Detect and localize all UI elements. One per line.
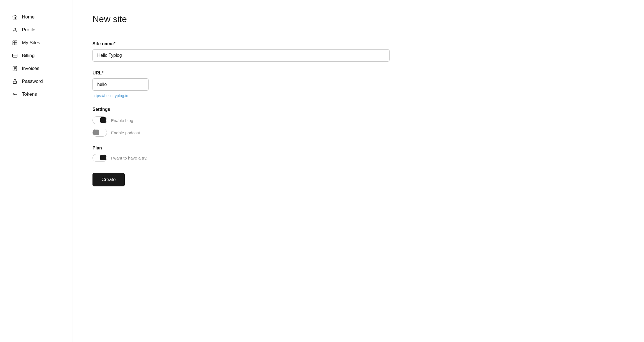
create-button-container: Create bbox=[92, 171, 390, 186]
url-label: URL* bbox=[92, 71, 390, 76]
create-button[interactable]: Create bbox=[92, 173, 125, 186]
sidebar-nav: Home Profile My Sites Billing Invoices bbox=[8, 11, 64, 100]
divider bbox=[92, 30, 390, 30]
enable-blog-label: Enable blog bbox=[111, 118, 133, 123]
settings-label: Settings bbox=[92, 107, 390, 112]
svg-point-14 bbox=[13, 94, 14, 95]
svg-rect-3 bbox=[13, 43, 15, 45]
toggle-thumb bbox=[100, 117, 106, 123]
sidebar-item-invoices-label: Invoices bbox=[22, 66, 39, 71]
svg-rect-4 bbox=[15, 43, 17, 45]
sidebar-item-my-sites[interactable]: My Sites bbox=[8, 37, 64, 49]
tokens-icon bbox=[12, 91, 18, 97]
invoices-icon bbox=[12, 65, 18, 72]
sidebar-item-profile[interactable]: Profile bbox=[8, 24, 64, 36]
plan-label: Plan bbox=[92, 146, 390, 151]
plan-trial-toggle[interactable] bbox=[92, 154, 107, 162]
sidebar-item-profile-label: Profile bbox=[22, 27, 35, 33]
sidebar-item-home[interactable]: Home bbox=[8, 11, 64, 23]
plan-section: Plan I want to have a try. bbox=[92, 146, 390, 162]
url-input[interactable] bbox=[92, 78, 149, 91]
url-group: URL* https://hello.typlog.io bbox=[92, 71, 390, 98]
sidebar-item-billing[interactable]: Billing bbox=[8, 50, 64, 62]
svg-rect-5 bbox=[13, 54, 17, 57]
sidebar-item-my-sites-label: My Sites bbox=[22, 40, 40, 46]
svg-rect-1 bbox=[13, 41, 15, 43]
enable-podcast-label: Enable podcast bbox=[111, 130, 140, 135]
toggle-thumb bbox=[93, 130, 99, 135]
sidebar-item-password-label: Password bbox=[22, 79, 43, 84]
page-title: New site bbox=[92, 14, 390, 24]
home-icon bbox=[12, 14, 18, 20]
toggle-thumb bbox=[100, 155, 106, 160]
site-name-group: Site name* bbox=[92, 41, 390, 62]
plan-trial-row: I want to have a try. bbox=[92, 154, 390, 162]
site-name-label: Site name* bbox=[92, 41, 390, 46]
url-preview: https://hello.typlog.io bbox=[92, 93, 390, 98]
enable-podcast-row: Enable podcast bbox=[92, 129, 390, 137]
billing-icon bbox=[12, 53, 18, 59]
svg-rect-2 bbox=[15, 41, 17, 43]
main-content: New site Site name* URL* https://hello.t… bbox=[73, 0, 409, 342]
sidebar-item-tokens-label: Tokens bbox=[22, 92, 37, 97]
sidebar: Home Profile My Sites Billing Invoices bbox=[0, 0, 73, 342]
svg-point-0 bbox=[14, 28, 16, 30]
sidebar-item-home-label: Home bbox=[22, 14, 34, 20]
settings-section: Settings Enable blog Enable podcast bbox=[92, 107, 390, 137]
plan-trial-label: I want to have a try. bbox=[111, 156, 147, 160]
svg-rect-11 bbox=[13, 81, 17, 83]
new-site-form: Site name* URL* https://hello.typlog.io … bbox=[92, 41, 390, 186]
enable-blog-toggle[interactable] bbox=[92, 116, 107, 124]
sidebar-item-password[interactable]: Password bbox=[8, 76, 64, 87]
enable-blog-row: Enable blog bbox=[92, 116, 390, 124]
sidebar-item-tokens[interactable]: Tokens bbox=[8, 88, 64, 100]
site-name-input[interactable] bbox=[92, 49, 390, 62]
profile-icon bbox=[12, 27, 18, 33]
password-icon bbox=[12, 78, 18, 85]
enable-podcast-toggle[interactable] bbox=[92, 129, 107, 137]
svg-rect-7 bbox=[13, 66, 17, 71]
my-sites-icon bbox=[12, 40, 18, 46]
sidebar-item-billing-label: Billing bbox=[22, 53, 34, 58]
sidebar-item-invoices[interactable]: Invoices bbox=[8, 63, 64, 74]
